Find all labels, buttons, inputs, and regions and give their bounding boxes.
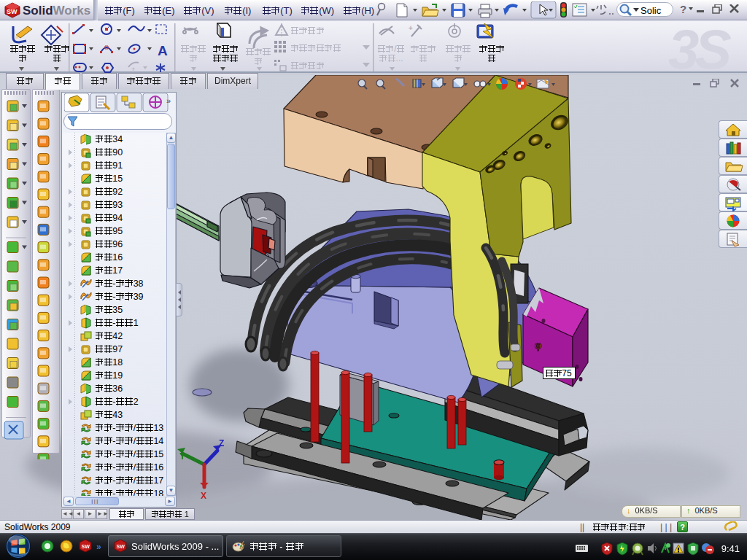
svg-text:A: A	[158, 43, 168, 58]
svg-text:φ: φ	[535, 340, 541, 351]
svg-text:»: »	[96, 542, 101, 552]
svg-text:SW: SW	[82, 544, 90, 549]
svg-text:SW: SW	[7, 8, 18, 15]
svg-text:X: X	[201, 491, 206, 501]
svg-text:Z: Z	[219, 438, 224, 448]
svg-text:SW: SW	[117, 544, 125, 549]
svg-text:Y: Y	[179, 451, 185, 462]
svg-text:+: +	[409, 24, 413, 32]
